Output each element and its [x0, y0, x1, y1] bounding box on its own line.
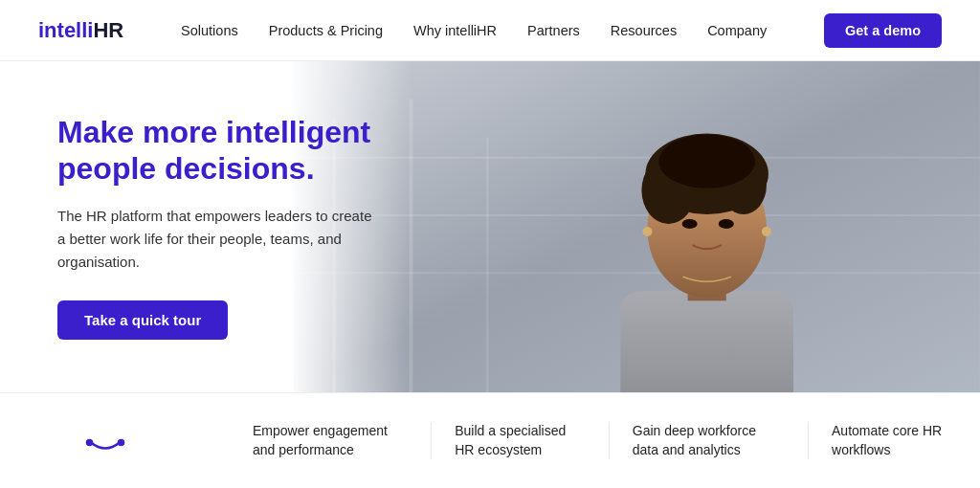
logo-hr: HR [93, 18, 123, 43]
nav-partners[interactable]: Partners [527, 23, 580, 38]
bottom-bar: Empower engagement and performance Build… [0, 392, 980, 488]
hero-title: Make more intelligent people decisions. [57, 114, 383, 188]
nav-resources[interactable]: Resources [611, 23, 677, 38]
feature-label-3: Gain deep workforce data and analytics [633, 422, 785, 459]
features-list: Empower engagement and performance Build… [211, 422, 980, 459]
feature-item-4: Automate core HR workflows [808, 422, 980, 459]
svg-point-19 [719, 219, 734, 229]
main-nav: Solutions Products & Pricing Why intelli… [181, 23, 767, 38]
svg-rect-9 [621, 291, 794, 392]
nav-why[interactable]: Why intelliHR [413, 23, 497, 38]
hero-content: Make more intelligent people decisions. … [57, 114, 383, 340]
svg-point-18 [682, 219, 698, 229]
svg-point-16 [643, 227, 653, 236]
feature-item-2: Build a specialised HR ecosystem [431, 422, 609, 459]
nav-products[interactable]: Products & Pricing [269, 23, 383, 38]
svg-point-17 [762, 227, 771, 236]
feature-item-3: Gain deep workforce data and analytics [609, 422, 808, 459]
logo[interactable]: intelliHR [38, 18, 123, 43]
tour-button[interactable]: Take a quick tour [57, 300, 228, 340]
hero-section: Make more intelligent people decisions. … [0, 61, 980, 392]
logo-intelli: intelli [38, 18, 93, 43]
hero-description: The HR platform that empowers leaders to… [57, 205, 383, 274]
svg-rect-4 [486, 138, 489, 392]
get-demo-button[interactable]: Get a demo [824, 13, 942, 48]
feature-label-4: Automate core HR workflows [832, 422, 957, 459]
svg-point-15 [659, 135, 755, 189]
nav-company[interactable]: Company [707, 23, 767, 38]
nav-solutions[interactable]: Solutions [181, 23, 238, 38]
feature-label-2: Build a specialised HR ecosystem [455, 422, 586, 459]
feature-label-1: Empower engagement and performance [253, 422, 408, 459]
smile-icon [77, 427, 134, 455]
brand-icon-section [0, 427, 211, 455]
feature-item-1: Empower engagement and performance [230, 422, 431, 459]
header: intelliHR Solutions Products & Pricing W… [0, 0, 980, 61]
